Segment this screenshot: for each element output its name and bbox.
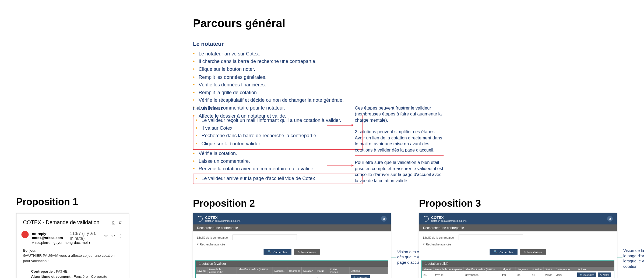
reset-button[interactable]: ✕Réinitialiser — [294, 249, 320, 255]
search-label: Libellé de la contrepartie — [423, 236, 455, 239]
annotation-valideur-2: Pour être sûre que la validation a bien … — [355, 160, 444, 186]
result-title: 1 cotation validé — [422, 261, 614, 267]
list-item: Vérifie le récapitulatif et décide ou no… — [193, 97, 363, 104]
list-item: Il cherche dans la barre de recherche un… — [193, 58, 363, 66]
list-item: Remplit les données générales. — [193, 73, 363, 81]
list-item: Clique sur le bouton valider. — [196, 140, 360, 148]
col-header[interactable]: Algorith… — [501, 267, 516, 272]
user-avatar-icon[interactable] — [607, 216, 613, 222]
col-header[interactable]: Actions — [349, 267, 388, 274]
annotation-prop3: Vision de la cotation validé sur la page… — [623, 248, 644, 269]
col-header[interactable]: Identifiant maître (SIREN, … — [464, 267, 501, 272]
list-item: Clique sur le bouton noter. — [193, 66, 363, 73]
annotation-valideur-1: Ces étapes peuvent frustrer le valideur … — [355, 105, 444, 156]
result-block-highlight: 1 cotation validé Niveau Nom de la contr… — [421, 261, 614, 278]
search-icon: 🔍 — [580, 273, 583, 276]
list-item: Le valideur reçoit un mail l'informant q… — [196, 117, 360, 125]
list-item: Le notateur arrive sur Cotex. — [193, 50, 363, 58]
print-icon[interactable]: ⎙ — [112, 219, 115, 225]
col-header[interactable]: Nom de la contrepartie — [434, 267, 464, 272]
proposition-3-title: Proposition 3 — [419, 198, 481, 209]
valideur-heading: Le valideur — [193, 105, 363, 111]
star-icon[interactable]: ☆ — [104, 233, 108, 238]
chevron-down-icon: ▾ — [423, 243, 425, 246]
cotex-app-mockup-2: COTEX Cotation des algorithmes experts R… — [193, 213, 391, 278]
col-header[interactable]: Identifiant maître (SIREN, … — [237, 267, 272, 274]
list-item: Remplit la grille de cotation. — [193, 89, 363, 97]
col-header[interactable]: Notation — [301, 267, 315, 274]
close-icon: ✕ — [524, 250, 526, 254]
search-label: Libellé de la contrepartie — [197, 236, 229, 239]
avatar — [22, 231, 29, 238]
search-button[interactable]: 🔍Rechercher — [264, 249, 291, 255]
user-avatar-icon[interactable] — [381, 216, 387, 222]
col-header[interactable]: Niveau — [422, 267, 434, 272]
edit-icon: ✎ — [600, 273, 602, 276]
proposition-2-title: Proposition 2 — [193, 198, 255, 209]
list-item: Vérifie la cotation. — [193, 150, 363, 157]
col-header[interactable]: Algorith… — [272, 267, 287, 274]
email-body: Bonjour, GAUTHIER PAUGAM vous a affecté … — [23, 248, 122, 278]
list-item: Renvoie la cotation avec un commentaire … — [193, 165, 363, 173]
search-input[interactable] — [459, 235, 523, 240]
email-sender: no-reply-cotex@arkea.com — [32, 232, 70, 240]
col-header[interactable]: Niveau — [196, 267, 207, 274]
app-subtitle: Cotation des algorithmes experts — [431, 220, 467, 222]
more-icon[interactable]: ⋮ — [118, 233, 122, 238]
col-header[interactable]: Actions — [576, 267, 614, 272]
search-input[interactable] — [233, 235, 297, 240]
cotex-logo-icon — [197, 216, 203, 222]
col-header[interactable]: Entité respon… — [328, 267, 349, 274]
open-external-icon[interactable]: ⧉ — [119, 219, 122, 225]
list-item: Vérifie les données financières. — [193, 81, 363, 89]
search-icon: 🔍 — [353, 276, 356, 278]
col-header[interactable]: Segment — [287, 267, 302, 274]
chevron-down-icon: ▾ — [197, 243, 199, 246]
app-subtitle: Cotation des algorithmes experts — [205, 220, 241, 222]
valideur-highlight-box-2: Le valideur arrive sur la page d'accueil… — [193, 174, 363, 184]
col-header[interactable]: Segment — [516, 267, 530, 272]
reset-button[interactable]: ✕Réinitialiser — [520, 249, 546, 255]
list-item: Laisse un commentaire. — [193, 157, 363, 165]
col-header[interactable]: Statut — [315, 267, 328, 274]
table-row: ON PATHE 307582866 FO 05 C+ Validé MOC 🔍… — [422, 271, 614, 278]
close-icon: ✕ — [298, 250, 300, 254]
connector-arrow — [327, 125, 353, 126]
list-item: Recherche dans la barre de recherche la … — [196, 132, 360, 140]
search-icon: 🔍 — [494, 250, 498, 254]
reply-icon[interactable]: ↩ — [111, 233, 115, 238]
app-title: COTEX — [205, 216, 241, 220]
consulter-button[interactable]: 🔍Consulter — [351, 275, 370, 278]
email-recipients[interactable]: À rsc.pierre.nguyen-hong-duc, moi ▾ — [32, 241, 122, 245]
result-title: 1 cotation à valider — [196, 261, 388, 267]
noter-button[interactable]: ✎Noter — [598, 273, 611, 277]
results-table: Niveau Nom de la contrepartie Identifian… — [422, 267, 614, 278]
result-block-highlight: 1 cotation à valider Niveau Nom de la co… — [195, 261, 388, 278]
app-header: COTEX Cotation des algorithmes experts — [419, 213, 617, 224]
app-title: COTEX — [431, 216, 467, 220]
results-table: Niveau Nom de la contrepartie Identifian… — [196, 267, 388, 278]
page-title: Parcours général — [193, 17, 285, 30]
search-icon: 🔍 — [268, 250, 272, 254]
email-subject-row: COTEX - Demande de validation ⎙ ⧉ — [23, 219, 122, 226]
cotex-logo-icon — [423, 216, 429, 222]
search-heading-bar: Rechercher une contrepartie — [193, 224, 391, 231]
col-header[interactable]: Notation — [530, 267, 543, 272]
advanced-search-toggle[interactable]: ▾Recherche avancée — [423, 243, 613, 246]
advanced-search-toggle[interactable]: ▾Recherche avancée — [197, 243, 387, 246]
connector-line — [617, 258, 622, 258]
valideur-highlight-box-1: Le valideur reçoit un mail l'informant q… — [193, 115, 363, 150]
search-button[interactable]: 🔍Rechercher — [490, 249, 517, 255]
table-row: ON PATHE 307582866 À valider MOC 🔍Consul… — [196, 274, 388, 278]
email-mockup: COTEX - Demande de validation ⎙ ⧉ no-rep… — [16, 213, 129, 278]
col-header[interactable]: Nom de la contrepartie — [207, 267, 237, 274]
proposition-1-title: Proposition 1 — [16, 196, 78, 207]
app-header: COTEX Cotation des algorithmes experts — [193, 213, 391, 224]
col-header[interactable]: Statut — [543, 267, 554, 272]
search-heading-bar: Rechercher une contrepartie — [419, 224, 617, 231]
email-subject: COTEX - Demande de validation — [23, 219, 100, 226]
connector-arrow — [327, 166, 353, 166]
connector-line — [391, 258, 396, 258]
col-header[interactable]: Entité respon… — [554, 267, 576, 272]
consulter-button[interactable]: 🔍Consulter — [577, 273, 596, 277]
